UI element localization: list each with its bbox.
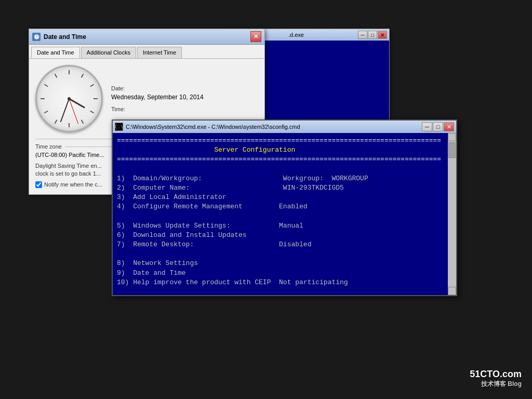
time-label: Time: bbox=[111, 106, 258, 112]
option-5: 5) Windows Update Settings: Manual bbox=[117, 222, 303, 230]
sconfig-window: C:\ C:\Windows\System32\cmd.exe - C:\Win… bbox=[112, 119, 457, 296]
cmd-prompt-symbol: C:\ bbox=[115, 124, 123, 129]
separator-top: ========================================… bbox=[117, 137, 441, 144]
sconfig-close-button[interactable]: ✕ bbox=[444, 122, 454, 131]
bg-cmd-buttons: ─ □ ✕ bbox=[358, 31, 387, 39]
sconfig-titlebar: C:\ C:\Windows\System32\cmd.exe - C:\Win… bbox=[113, 121, 456, 133]
watermark-main: 51CTO.com bbox=[470, 369, 522, 380]
sconfig-window-buttons: ─ □ ✕ bbox=[422, 122, 454, 131]
timezone-label-text: Time zone bbox=[35, 143, 62, 150]
scroll-thumb[interactable] bbox=[448, 142, 456, 158]
option-4: 4) Configure Remote Management Enabled bbox=[117, 203, 308, 210]
clock-minute-hand bbox=[60, 99, 70, 123]
analog-clock bbox=[35, 65, 103, 132]
date-label: Date: bbox=[111, 85, 258, 91]
tab-date-time[interactable]: Date and Time bbox=[31, 47, 80, 58]
notify-checkbox[interactable] bbox=[35, 181, 42, 188]
clock-app-icon: 🕐 bbox=[32, 33, 41, 41]
option-7: 7) Remote Desktop: Disabled bbox=[117, 241, 311, 248]
tab-internet-time[interactable]: Internet Time bbox=[137, 47, 182, 58]
sconfig-scrollbar[interactable]: ▲ ▼ bbox=[448, 133, 456, 295]
bg-minimize-button[interactable]: ─ bbox=[358, 31, 367, 39]
bg-cmd-title: .d.exe bbox=[288, 32, 304, 38]
dialog-tabs: Date and Time Additional Clocks Internet… bbox=[29, 45, 264, 58]
notify-label: Notify me when the c... bbox=[44, 181, 102, 188]
titlebar-left: 🕐 Date and Time bbox=[32, 33, 86, 41]
option-3: 3) Add Local Administrator bbox=[117, 193, 227, 201]
sconfig-restore-button[interactable]: □ bbox=[433, 122, 443, 131]
sconfig-title-text: C:\Windows\System32\cmd.exe - C:\Windows… bbox=[126, 124, 300, 130]
option-2: 2) Computer Name: WIN-293TKDCIGD5 bbox=[117, 184, 344, 192]
dialog-close-button[interactable]: ✕ bbox=[250, 31, 261, 42]
sconfig-cmd-icon: C:\ bbox=[115, 123, 123, 131]
separator-bottom: ========================================… bbox=[117, 155, 441, 163]
scroll-down-arrow[interactable]: ▼ bbox=[448, 287, 456, 295]
scroll-up-arrow[interactable]: ▲ bbox=[448, 133, 456, 141]
dialog-title: Date and Time bbox=[44, 33, 86, 41]
tab-additional-clocks[interactable]: Additional Clocks bbox=[81, 47, 136, 58]
option-1: 1) Domain/Workgroup: Workgroup: WORKGROU… bbox=[117, 175, 368, 182]
option-8: 8) Network Settings bbox=[117, 259, 198, 267]
server-config-header: Server Configuration bbox=[117, 146, 295, 154]
sconfig-content: ========================================… bbox=[117, 136, 452, 295]
option-6: 6) Download and Install Updates bbox=[117, 231, 247, 239]
sconfig-minimize-button[interactable]: ─ bbox=[422, 122, 432, 131]
sconfig-body: ========================================… bbox=[113, 133, 456, 295]
date-info: Date: Wednesday, September 10, 2014 Time… bbox=[111, 85, 258, 112]
clock-center bbox=[68, 97, 71, 100]
bg-restore-button[interactable]: □ bbox=[368, 31, 377, 39]
watermark-sub: 技术博客 Blog bbox=[470, 380, 522, 389]
sconfig-title-left: C:\ C:\Windows\System32\cmd.exe - C:\Win… bbox=[115, 123, 300, 131]
watermark: 51CTO.com 技术博客 Blog bbox=[470, 369, 522, 389]
option-10: 10) Help improve the product with CEIP N… bbox=[117, 278, 348, 286]
date-value: Wednesday, September 10, 2014 bbox=[111, 94, 258, 101]
option-9: 9) Date and Time bbox=[117, 269, 186, 277]
bg-close-button[interactable]: ✕ bbox=[378, 31, 387, 39]
dialog-titlebar: 🕐 Date and Time ✕ bbox=[29, 29, 264, 45]
